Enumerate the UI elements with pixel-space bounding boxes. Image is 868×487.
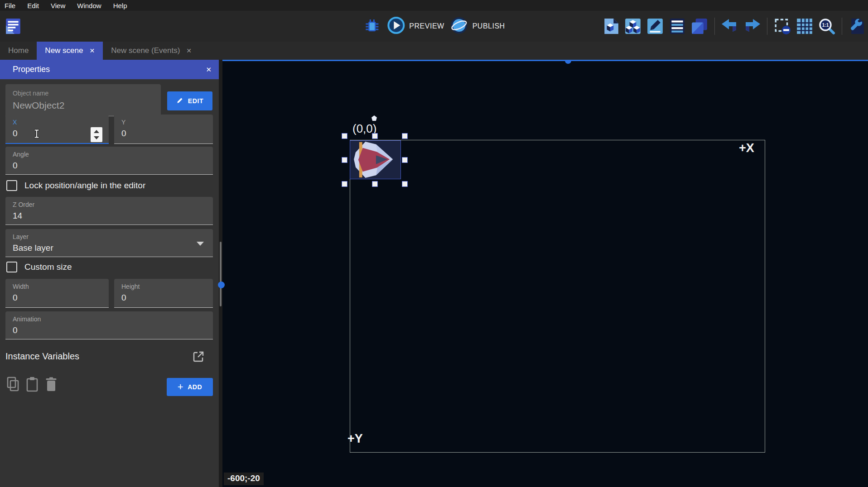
tab-label: New scene (Events) (111, 46, 180, 55)
height-field-value: 0 (121, 293, 126, 303)
pencil-icon (176, 96, 184, 105)
toolbar-separator (714, 18, 715, 35)
preview-button[interactable]: PREVIEW (386, 16, 444, 37)
menu-view[interactable]: View (51, 2, 65, 10)
tab-close-icon[interactable]: ✕ (186, 47, 192, 54)
scrollbar-thumb[interactable] (220, 242, 222, 306)
resize-handle-top-right[interactable] (402, 133, 408, 139)
axis-y-label: +Y (347, 432, 363, 446)
tab-new-scene-events[interactable]: New scene (Events) ✕ (103, 42, 200, 60)
layer-select-field[interactable]: Layer Base layer (5, 229, 213, 257)
trash-icon[interactable] (45, 377, 58, 392)
z-order-label: Z Order (13, 201, 34, 208)
tab-close-icon[interactable]: ✕ (89, 47, 95, 54)
lock-position-checkbox[interactable] (6, 180, 17, 191)
redo-icon[interactable] (743, 17, 761, 35)
spinner-up-icon[interactable] (94, 130, 99, 133)
preview-play-icon (386, 16, 405, 37)
menu-help[interactable]: Help (113, 2, 127, 10)
layers-panel-icon[interactable] (690, 17, 709, 35)
menu-bar: File Edit View Window Help (0, 0, 868, 11)
resize-handle-top-center[interactable] (372, 133, 378, 139)
app-window: File Edit View Window Help (0, 0, 868, 487)
canvas-top-divider[interactable] (222, 60, 868, 61)
lock-position-label: Lock position/angle in the editor (24, 181, 145, 191)
layer-field-label: Layer (13, 233, 29, 240)
toolbar-center-group: PREVIEW PUBLISH (363, 11, 505, 42)
text-cursor-icon (34, 129, 40, 140)
scene-editor-canvas[interactable]: (0,0) +X +Y -600;-20 (222, 60, 868, 487)
menu-window[interactable]: Window (77, 2, 101, 10)
axis-x-label: +X (739, 141, 754, 155)
angle-field[interactable]: Angle 0 (5, 147, 213, 175)
game-window-bounds (350, 140, 765, 453)
undo-icon[interactable] (721, 17, 739, 35)
project-tools-icon[interactable] (848, 17, 866, 35)
add-variable-button[interactable]: + ADD (167, 378, 213, 396)
custom-size-label: Custom size (24, 262, 72, 272)
custom-size-checkbox[interactable] (6, 262, 17, 272)
project-manager-icon[interactable] (4, 17, 22, 35)
z-order-field[interactable]: Z Order 14 (5, 197, 213, 225)
animation-field-value: 0 (13, 325, 18, 335)
zoom-original-icon[interactable]: 1:1 (818, 17, 836, 35)
spinner-down-icon[interactable] (94, 136, 99, 139)
instances-list-icon[interactable] (668, 17, 686, 35)
tab-new-scene[interactable]: New scene ✕ (37, 42, 103, 60)
lock-position-checkbox-row[interactable]: Lock position/angle in the editor (6, 180, 145, 191)
y-field-value: 0 (121, 129, 126, 138)
resize-handle-bottom-left[interactable] (342, 181, 347, 187)
tab-home[interactable]: Home (0, 42, 37, 60)
add-button-label: ADD (188, 383, 202, 391)
chevron-down-icon[interactable] (197, 242, 204, 246)
resize-handle-top-left[interactable] (342, 133, 347, 139)
preview-label: PREVIEW (409, 22, 444, 30)
width-field[interactable]: Width 0 (5, 279, 109, 308)
properties-panel: Properties ✕ Object name NewObject2 EDIT… (0, 60, 219, 487)
zoom-ratio-label: 1:1 (822, 23, 829, 28)
object-name-label: Object name (13, 90, 48, 97)
publish-label: PUBLISH (473, 22, 505, 30)
edit-object-button[interactable]: EDIT (167, 91, 212, 110)
x-spinner[interactable] (91, 127, 102, 142)
animation-field-label: Animation (13, 315, 41, 323)
tab-label: Home (8, 46, 29, 55)
layer-field-value: Base layer (13, 243, 53, 253)
toolbar-separator (767, 18, 767, 35)
paste-icon[interactable] (25, 377, 38, 392)
properties-title: Properties (13, 65, 50, 74)
open-in-new-icon[interactable] (192, 350, 205, 363)
publish-globe-icon (450, 16, 469, 37)
instance-variables-title: Instance Variables (5, 351, 79, 362)
properties-panel-icon[interactable] (646, 17, 664, 35)
width-field-label: Width (13, 283, 29, 290)
y-position-field[interactable]: Y 0 (114, 115, 213, 144)
custom-size-checkbox-row[interactable]: Custom size (6, 262, 72, 272)
debugger-icon[interactable] (363, 17, 381, 35)
copy-icon[interactable] (6, 377, 19, 392)
x-field-value: 0 (13, 129, 18, 138)
x-position-field[interactable]: X 0 (5, 115, 109, 144)
animation-field[interactable]: Animation 0 (5, 311, 213, 339)
resize-handle-bottom-center[interactable] (372, 181, 378, 187)
panel-resize-handle[interactable] (218, 282, 225, 288)
publish-button[interactable]: PUBLISH (450, 16, 505, 37)
objects-panel-icon[interactable] (602, 17, 620, 35)
rotate-handle[interactable] (371, 115, 377, 121)
toggle-grid-icon[interactable] (796, 17, 814, 35)
object-groups-icon[interactable] (624, 17, 642, 35)
canvas-divider-handle[interactable] (565, 60, 571, 64)
height-field[interactable]: Height 0 (114, 279, 213, 308)
resize-handle-middle-right[interactable] (402, 157, 408, 163)
panel-scrollbar[interactable] (219, 60, 222, 487)
x-field-label: X (13, 119, 17, 126)
angle-field-label: Angle (13, 151, 29, 158)
main-toolbar: PREVIEW PUBLISH (0, 11, 868, 42)
properties-close-icon[interactable]: ✕ (206, 66, 212, 74)
resize-handle-middle-left[interactable] (342, 157, 347, 163)
selected-sprite-instance[interactable] (350, 140, 401, 179)
deselect-instances-icon[interactable] (773, 17, 791, 35)
menu-file[interactable]: File (5, 2, 15, 10)
resize-handle-bottom-right[interactable] (402, 181, 408, 187)
menu-edit[interactable]: Edit (27, 2, 39, 10)
